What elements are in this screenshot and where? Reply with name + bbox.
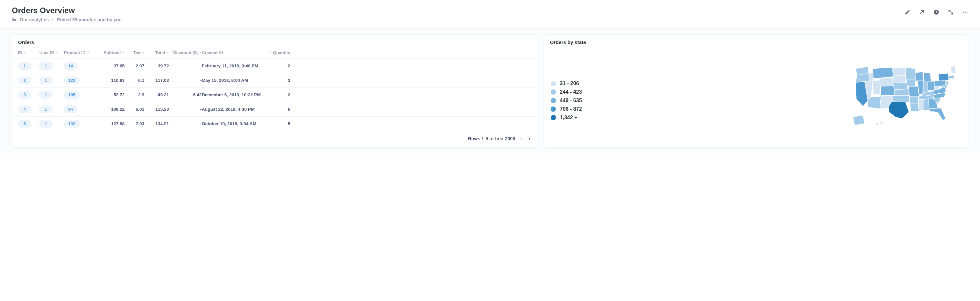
col-user-id[interactable]: User ID — [39, 50, 64, 55]
state-ny[interactable] — [939, 73, 949, 81]
state-md[interactable] — [942, 85, 947, 88]
state-la[interactable] — [910, 104, 920, 111]
table-row: 3110552.722.949.216.42December 6, 2019, … — [14, 87, 536, 102]
cell-tax: 6.1 — [138, 78, 144, 83]
collection-link[interactable]: Our analytics — [20, 17, 49, 22]
state-ak[interactable] — [853, 115, 865, 125]
cell-created-at: August 22, 2019, 4:30 PM — [202, 107, 264, 112]
col-tax[interactable]: Tax — [134, 50, 144, 55]
legend-swatch — [550, 81, 556, 86]
sort-icon — [24, 51, 26, 54]
orders-card-title[interactable]: Orders — [12, 35, 538, 47]
table-row: 51132127.887.03134.91-October 10, 2018, … — [14, 116, 536, 131]
state-wi[interactable] — [915, 72, 923, 81]
ellipsis-icon[interactable] — [962, 9, 968, 15]
state-ut[interactable] — [873, 80, 881, 94]
next-page-icon[interactable] — [528, 137, 531, 140]
cell-created-at: February 11, 2019, 9:40 PM — [202, 63, 264, 68]
cell-quantity: 5 — [288, 121, 290, 126]
state-id[interactable] — [869, 73, 873, 81]
expand-icon[interactable] — [948, 9, 954, 15]
state-hi[interactable] — [876, 123, 879, 126]
folder-icon — [12, 18, 16, 22]
state-ar[interactable] — [910, 96, 919, 104]
state-me[interactable] — [951, 66, 955, 73]
pager: Rows 1-5 of first 2000 — [12, 131, 538, 147]
table-row: 4194109.226.01115.23-August 22, 2019, 4:… — [14, 102, 536, 116]
cell-tax: 2.9 — [138, 92, 144, 97]
id-pill[interactable]: 2 — [18, 77, 31, 84]
id-pill[interactable]: 5 — [18, 120, 31, 128]
state-mi[interactable] — [924, 73, 931, 82]
state-mo[interactable] — [909, 86, 920, 96]
cell-created-at: May 15, 2018, 8:04 AM — [202, 78, 264, 83]
state-nj[interactable] — [946, 81, 948, 85]
legend-label: 1,342 + — [560, 115, 578, 121]
user-id-pill[interactable]: 1 — [39, 106, 52, 113]
cell-quantity: 2 — [288, 63, 290, 68]
col-quantity[interactable]: Quantity — [269, 50, 290, 55]
state-mt[interactable] — [873, 67, 893, 78]
user-id-pill[interactable]: 1 — [39, 91, 52, 99]
id-pill[interactable]: 1 — [18, 62, 31, 70]
state-ks[interactable] — [894, 89, 909, 96]
us-map[interactable] — [850, 63, 958, 128]
state-hi-2[interactable] — [880, 121, 883, 124]
state-sd[interactable] — [893, 75, 905, 83]
cell-total: 134.91 — [156, 121, 169, 126]
state-in[interactable] — [923, 82, 928, 93]
col-created-at[interactable]: Created At — [202, 50, 264, 55]
col-subtotal[interactable]: Subtotal — [103, 50, 125, 55]
state-ne[interactable] — [893, 82, 907, 90]
col-product-id[interactable]: Product ID — [64, 50, 95, 55]
map-legend: 21 - 206244 - 423449 - 635706 - 8721,342… — [550, 70, 582, 121]
map-card-title[interactable]: Orders by state — [544, 35, 968, 47]
user-id-pill[interactable]: 1 — [39, 120, 52, 128]
product-id-pill[interactable]: 123 — [64, 77, 80, 84]
arrow-up-right-icon[interactable] — [919, 9, 925, 15]
product-id-pill[interactable]: 132 — [64, 120, 80, 128]
state-il[interactable] — [918, 81, 923, 94]
state-oh[interactable] — [928, 81, 934, 91]
user-id-pill[interactable]: 1 — [39, 62, 52, 70]
state-co[interactable] — [881, 86, 894, 96]
state-mn[interactable] — [905, 68, 915, 79]
svg-point-2 — [965, 12, 966, 13]
orders-card: Orders ID User ID Product ID Subtotal Ta… — [12, 35, 538, 147]
cell-total: 117.03 — [156, 78, 169, 83]
edited-text: Edited 39 minutes ago by you — [57, 17, 122, 22]
col-discount[interactable]: Discount ($) — [173, 50, 202, 55]
sort-icon — [199, 51, 202, 54]
state-fl[interactable] — [929, 108, 945, 120]
state-ia[interactable] — [906, 79, 915, 86]
sort-icon — [56, 51, 58, 54]
pencil-icon[interactable] — [905, 9, 910, 15]
breadcrumb: Our analytics • Edited 39 minutes ago by… — [12, 17, 122, 22]
legend-label: 449 - 635 — [560, 98, 582, 104]
product-id-pill[interactable]: 105 — [64, 91, 80, 99]
state-ma[interactable] — [948, 75, 954, 78]
id-pill[interactable]: 3 — [18, 91, 31, 99]
state-tx[interactable] — [888, 101, 909, 118]
pager-text: Rows 1-5 of first 2000 — [468, 136, 515, 141]
id-pill[interactable]: 4 — [18, 106, 31, 113]
cell-created-at: December 6, 2019, 10:22 PM — [202, 92, 264, 97]
cell-tax: 7.03 — [136, 121, 144, 126]
cell-quantity: 3 — [288, 78, 290, 83]
state-ms[interactable] — [919, 99, 923, 110]
user-id-pill[interactable]: 1 — [39, 77, 52, 84]
state-nd[interactable] — [893, 68, 905, 76]
state-al[interactable] — [923, 99, 929, 110]
prev-page-icon[interactable] — [520, 137, 523, 140]
legend-label: 706 - 872 — [560, 106, 582, 112]
col-total[interactable]: Total — [155, 50, 169, 55]
cell-total: 39.72 — [158, 63, 169, 68]
product-id-pill[interactable]: 94 — [64, 106, 77, 113]
table-row: 111437.652.0739.72-February 11, 2019, 9:… — [14, 59, 536, 73]
clock-icon[interactable] — [934, 9, 939, 15]
product-id-pill[interactable]: 14 — [64, 62, 77, 70]
cell-tax: 6.01 — [136, 107, 144, 112]
legend-swatch — [550, 115, 556, 120]
sort-icon — [122, 51, 125, 54]
col-id[interactable]: ID — [18, 50, 39, 55]
